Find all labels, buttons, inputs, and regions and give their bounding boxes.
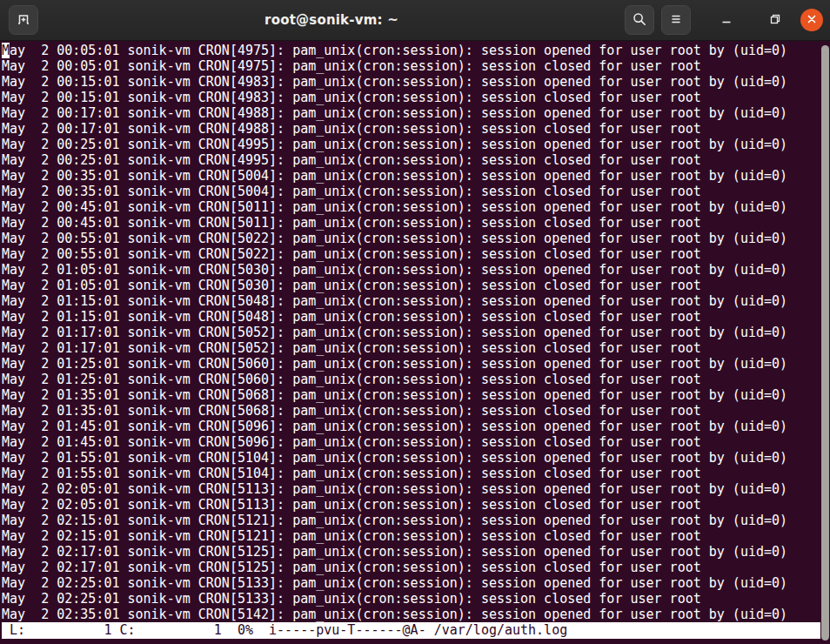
terminal-line: May 2 01:25:01 sonik-vm CRON[5060]: pam_… — [2, 356, 830, 372]
terminal-line: May 2 02:15:01 sonik-vm CRON[5121]: pam_… — [2, 528, 830, 544]
terminal-line: May 2 01:25:01 sonik-vm CRON[5060]: pam_… — [2, 372, 830, 387]
terminal-line: May 2 01:15:01 sonik-vm CRON[5048]: pam_… — [2, 309, 830, 325]
terminal-line: May 2 00:15:01 sonik-vm CRON[4983]: pam_… — [2, 90, 830, 105]
terminal-line: May 2 01:05:01 sonik-vm CRON[5030]: pam_… — [2, 262, 830, 278]
terminal-line: May 2 02:35:01 sonik-vm CRON[5142]: pam_… — [2, 607, 830, 622]
terminal-line: May 2 00:35:01 sonik-vm CRON[5004]: pam_… — [2, 168, 830, 184]
magnifier-icon — [632, 11, 647, 30]
block-cursor: M — [2, 43, 10, 58]
terminal-line: May 2 00:05:01 sonik-vm CRON[4975]: pam_… — [2, 43, 830, 58]
tab-plus-icon — [16, 11, 31, 30]
terminal-line: May 2 00:15:01 sonik-vm CRON[4983]: pam_… — [2, 74, 830, 90]
window-title: root@sonik-vm: ~ — [38, 12, 625, 28]
terminal-line: May 2 01:15:01 sonik-vm CRON[5048]: pam_… — [2, 293, 830, 309]
terminal-screen: May 2 00:05:01 sonik-vm CRON[4975]: pam_… — [2, 43, 830, 622]
terminal-line: May 2 00:35:01 sonik-vm CRON[5004]: pam_… — [2, 184, 830, 199]
terminal-line: May 2 01:55:01 sonik-vm CRON[5104]: pam_… — [2, 450, 830, 466]
terminal-line: May 2 00:17:01 sonik-vm CRON[4988]: pam_… — [2, 105, 830, 121]
menu-button[interactable] — [661, 5, 691, 35]
headerbar: root@sonik-vm: ~ — [0, 0, 830, 41]
terminal-window: root@sonik-vm: ~ — [0, 0, 830, 644]
terminal-line: May 2 00:05:01 sonik-vm CRON[4975]: pam_… — [2, 58, 830, 74]
terminal-line: May 2 00:25:01 sonik-vm CRON[4995]: pam_… — [2, 137, 830, 152]
terminal-line: May 2 02:25:01 sonik-vm CRON[5133]: pam_… — [2, 591, 830, 607]
terminal-line: May 2 00:45:01 sonik-vm CRON[5011]: pam_… — [2, 215, 830, 231]
close-x-icon — [806, 13, 818, 28]
terminal-line: May 2 02:17:01 sonik-vm CRON[5125]: pam_… — [2, 560, 830, 575]
hamburger-icon — [668, 11, 684, 30]
terminal-line: May 2 02:17:01 sonik-vm CRON[5125]: pam_… — [2, 544, 830, 560]
terminal-line: May 2 02:15:01 sonik-vm CRON[5121]: pam_… — [2, 513, 830, 528]
terminal-line: May 2 00:45:01 sonik-vm CRON[5011]: pam_… — [2, 199, 830, 215]
terminal-line: May 2 01:45:01 sonik-vm CRON[5096]: pam_… — [2, 434, 830, 450]
terminal-line: May 2 01:05:01 sonik-vm CRON[5030]: pam_… — [2, 278, 830, 293]
terminal-line: May 2 01:17:01 sonik-vm CRON[5052]: pam_… — [2, 340, 830, 356]
editor-status-bar: L: 1 C: 1 0% i-----pvu-T------@A- /var/l… — [2, 622, 820, 639]
terminal-line: May 2 00:17:01 sonik-vm CRON[4988]: pam_… — [2, 121, 830, 137]
restore-button[interactable] — [762, 7, 788, 33]
search-button[interactable] — [625, 5, 654, 35]
scrollbar-thumb[interactable] — [821, 45, 829, 641]
minimize-icon — [719, 11, 734, 30]
terminal-line: May 2 01:35:01 sonik-vm CRON[5068]: pam_… — [2, 403, 830, 419]
terminal-line: May 2 01:55:01 sonik-vm CRON[5104]: pam_… — [2, 466, 830, 481]
terminal-line: May 2 02:05:01 sonik-vm CRON[5113]: pam_… — [2, 497, 830, 513]
close-button[interactable] — [800, 9, 823, 31]
minimize-button[interactable] — [713, 7, 740, 33]
terminal-line: May 2 01:35:01 sonik-vm CRON[5068]: pam_… — [2, 387, 830, 403]
terminal-line: May 2 01:45:01 sonik-vm CRON[5096]: pam_… — [2, 419, 830, 434]
terminal-line: May 2 02:25:01 sonik-vm CRON[5133]: pam_… — [2, 575, 830, 591]
terminal-area[interactable]: May 2 00:05:01 sonik-vm CRON[4975]: pam_… — [0, 41, 830, 644]
terminal-line: May 2 00:55:01 sonik-vm CRON[5022]: pam_… — [2, 231, 830, 246]
terminal-line: May 2 00:55:01 sonik-vm CRON[5022]: pam_… — [2, 246, 830, 262]
restore-window-icon — [767, 11, 783, 30]
terminal-line: May 2 02:05:01 sonik-vm CRON[5113]: pam_… — [2, 481, 830, 497]
new-tab-button[interactable] — [9, 5, 38, 35]
terminal-line: May 2 00:25:01 sonik-vm CRON[4995]: pam_… — [2, 152, 830, 168]
terminal-line: May 2 01:17:01 sonik-vm CRON[5052]: pam_… — [2, 325, 830, 340]
